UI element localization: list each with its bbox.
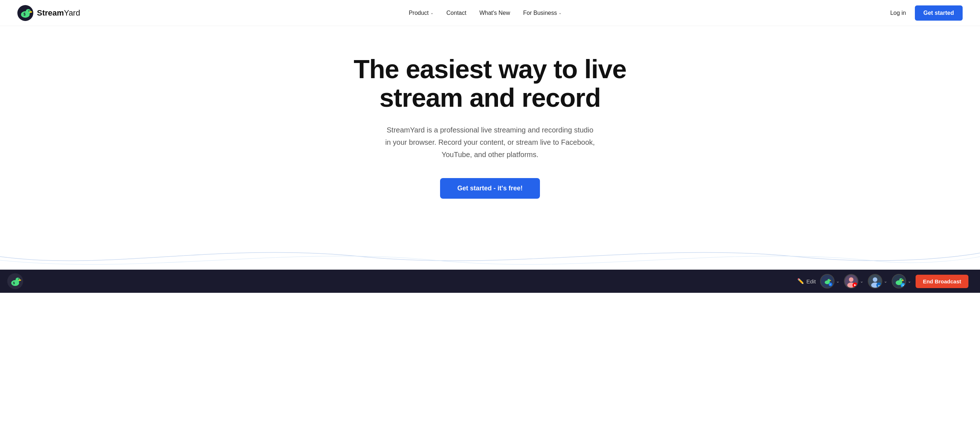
platform-twitter-group: 𝕏 ⌄ <box>892 274 911 288</box>
edit-button[interactable]: ✏️ Edit <box>797 278 816 285</box>
platform-facebook-avatar: f <box>820 274 835 288</box>
svg-point-25 <box>873 278 878 282</box>
chevron-down-icon: ⌄ <box>430 11 434 15</box>
svg-text:f: f <box>830 284 830 286</box>
platform-youtube-group: ⌄ <box>844 274 864 288</box>
platform-twitter-chevron[interactable]: ⌄ <box>908 279 911 284</box>
platform-youtube-avatar <box>844 274 858 288</box>
svg-point-20 <box>849 278 854 282</box>
svg-point-16 <box>829 280 831 281</box>
svg-point-15 <box>829 280 830 280</box>
svg-point-10 <box>19 280 21 281</box>
brand-name: StreamYard <box>37 8 80 18</box>
logo-link[interactable]: $ StreamYard <box>18 5 80 21</box>
svg-text:$: $ <box>13 281 15 285</box>
broadcast-left: $ <box>7 273 23 289</box>
hero-title: The easiest way to live stream and recor… <box>327 55 653 112</box>
platform-facebook-chevron[interactable]: ⌄ <box>836 279 840 284</box>
svg-point-4 <box>29 11 32 13</box>
svg-text:$: $ <box>24 12 26 16</box>
hero-section: The easiest way to live stream and recor… <box>0 26 980 235</box>
platform-youtube-chevron[interactable]: ⌄ <box>860 279 864 284</box>
duck-avatar-icon: $ <box>7 273 23 289</box>
login-link[interactable]: Log in <box>890 10 906 16</box>
hero-subtitle: StreamYard is a professional live stream… <box>385 124 595 161</box>
svg-point-17 <box>829 283 832 286</box>
nav-item-contact[interactable]: Contact <box>447 10 466 16</box>
svg-point-9 <box>18 279 19 279</box>
end-broadcast-button[interactable]: End Broadcast <box>916 275 969 288</box>
platform-linkedin-avatar: in <box>868 274 882 288</box>
navbar: $ StreamYard Product ⌄ Contact What's Ne… <box>0 0 980 26</box>
nav-item-product[interactable]: Product ⌄ <box>409 10 433 16</box>
main-nav: Product ⌄ Contact What's New For Busines… <box>409 10 562 16</box>
bottom-section: $ ✏️ Edit <box>0 235 980 293</box>
nav-item-whats-new[interactable]: What's New <box>479 10 510 16</box>
svg-point-33 <box>902 280 904 281</box>
broadcast-bar: $ ✏️ Edit <box>0 270 980 293</box>
svg-text:in: in <box>878 285 880 288</box>
svg-point-3 <box>29 10 30 11</box>
svg-point-32 <box>902 279 902 280</box>
platform-linkedin-chevron[interactable]: ⌄ <box>884 279 887 284</box>
wave-decoration <box>0 242 980 271</box>
platform-facebook-group: f ⌄ <box>820 274 840 288</box>
platform-twitter-avatar: 𝕏 <box>892 274 906 288</box>
get-started-button-nav[interactable]: Get started <box>915 5 963 21</box>
navbar-actions: Log in Get started <box>890 5 963 21</box>
broadcast-right: ✏️ Edit f ⌄ <box>797 274 969 288</box>
svg-text:𝕏: 𝕏 <box>902 285 904 287</box>
platform-linkedin-group: in ⌄ <box>868 274 887 288</box>
hero-cta-button[interactable]: Get started - it's free! <box>440 178 540 199</box>
logo-icon: $ <box>18 5 33 21</box>
chevron-down-icon: ⌄ <box>558 11 562 15</box>
nav-item-for-business[interactable]: For Business ⌄ <box>523 10 562 16</box>
pencil-icon: ✏️ <box>797 278 804 285</box>
